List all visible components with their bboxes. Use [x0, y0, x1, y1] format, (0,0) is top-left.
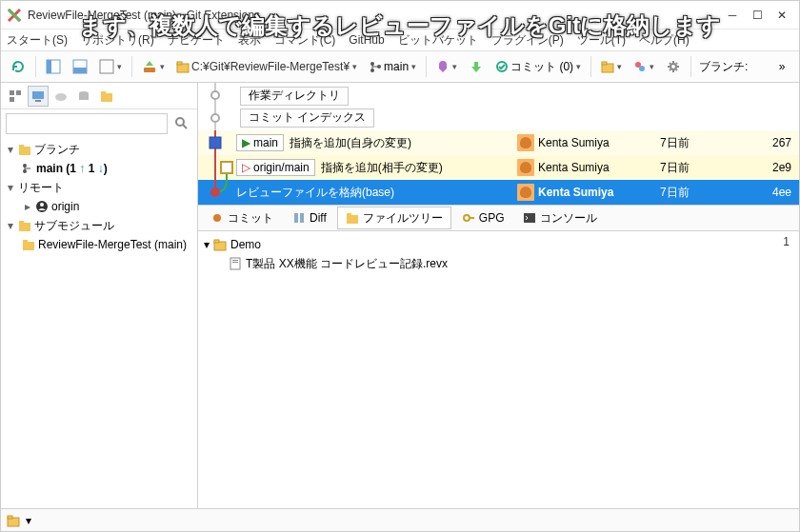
- statusbar: ▾: [1, 508, 799, 531]
- commit-button[interactable]: コミット (0)▾: [491, 55, 585, 78]
- workdir-button[interactable]: 作業ディレクトリ: [240, 87, 349, 106]
- menu-view[interactable]: 表示: [238, 32, 261, 49]
- commit-subject: 指摘を追加(自身の変更): [290, 135, 411, 151]
- index-button[interactable]: コミット インデックス: [240, 108, 374, 128]
- svg-rect-18: [16, 90, 21, 95]
- svg-rect-29: [19, 145, 24, 148]
- tab-gpg[interactable]: GPG: [453, 207, 513, 229]
- filter-button[interactable]: ▾: [432, 55, 461, 78]
- svg-rect-17: [10, 90, 14, 95]
- menu-nav[interactable]: ナビゲート: [168, 32, 225, 49]
- svg-rect-25: [101, 93, 112, 102]
- svg-rect-37: [23, 240, 28, 243]
- menu-bitbucket[interactable]: ビットバケット: [398, 32, 478, 49]
- commit-row[interactable]: レビューファイルを格納(base) Kenta Sumiya 7日前 4ee: [198, 180, 799, 205]
- repo-dropdown[interactable]: ▾: [138, 55, 169, 78]
- svg-rect-28: [19, 147, 30, 155]
- stash-button[interactable]: [465, 55, 488, 78]
- tab-console[interactable]: コンソール: [514, 207, 606, 229]
- avatar-icon: [517, 159, 534, 176]
- svg-rect-20: [32, 91, 44, 99]
- refresh-button[interactable]: [7, 55, 30, 78]
- menu-cmd[interactable]: コマンド(C): [274, 32, 336, 49]
- commit-author: Kenta Sumiya: [538, 161, 610, 174]
- svg-point-47: [210, 187, 220, 197]
- left-tab-cloud[interactable]: [50, 86, 71, 107]
- status-folder-icon: [7, 514, 20, 527]
- tree-submodule-item[interactable]: ReviewFile-MergeTest (main): [1, 235, 197, 254]
- avatar-icon: [517, 134, 534, 151]
- menubar: スタート(S) リポジトリ(R) ナビゲート 表示 コマンド(C) GitHub…: [1, 30, 799, 50]
- left-tab-db[interactable]: [73, 86, 94, 107]
- layout3-button[interactable]: ▾: [95, 55, 126, 78]
- commit-date: 7日前: [660, 185, 746, 201]
- tab-diff[interactable]: Diff: [284, 207, 335, 229]
- svg-point-40: [211, 114, 219, 122]
- menu-start[interactable]: スタート(S): [7, 32, 68, 49]
- left-tab-monitor[interactable]: [28, 86, 49, 107]
- commit-subject: レビューファイルを格納(base): [236, 185, 394, 201]
- tools-button[interactable]: ▾: [630, 55, 658, 78]
- maximize-button[interactable]: ☐: [746, 6, 769, 25]
- tab-filetree[interactable]: ファイルツリー: [337, 207, 451, 229]
- svg-rect-49: [294, 213, 298, 223]
- menu-tools[interactable]: ツール(T): [577, 32, 626, 49]
- svg-point-48: [213, 214, 221, 222]
- svg-rect-1: [47, 60, 51, 73]
- tree-branches[interactable]: ▾ブランチ: [1, 140, 197, 159]
- commit-date: 7日前: [660, 160, 746, 176]
- titlebar: ReviewFile-MergeTest (main) - Git Extens…: [1, 1, 799, 30]
- tree-remotes[interactable]: ▾リモート: [1, 178, 197, 197]
- tree-branch-main[interactable]: main (1 ↑ 1 ↓): [1, 159, 197, 178]
- branch-name: main: [384, 60, 409, 73]
- left-filter: [1, 109, 197, 138]
- tree: ▾ブランチ main (1 ↑ 1 ↓) ▾リモート ▸origin ▾サブモジ…: [1, 138, 197, 508]
- svg-rect-4: [100, 60, 113, 73]
- avatar-icon: [517, 184, 534, 201]
- layout2-button[interactable]: [69, 55, 91, 78]
- svg-rect-21: [35, 100, 41, 102]
- detail-tabs: コミット Diff ファイルツリー GPG コンソール: [198, 205, 799, 231]
- tree-search-button[interactable]: [171, 113, 192, 134]
- close-button[interactable]: ✕: [770, 6, 793, 25]
- menu-plugins[interactable]: プラグイン(P): [491, 32, 564, 49]
- commit-label: コミット (0): [510, 59, 573, 75]
- tab-commit[interactable]: コミット: [202, 207, 282, 229]
- tree-submodules[interactable]: ▾サブモジュール: [1, 216, 197, 235]
- svg-rect-52: [347, 213, 351, 216]
- right-panel: 作業ディレクトリ コミット インデックス ▶main 指摘を追加(自身の変更) …: [198, 83, 799, 508]
- commit-author: Kenta Sumiya: [538, 136, 610, 149]
- minimize-button[interactable]: ─: [721, 6, 744, 25]
- svg-rect-35: [19, 221, 24, 224]
- svg-point-15: [639, 66, 645, 71]
- left-tab-tree[interactable]: [5, 86, 26, 107]
- folder-row[interactable]: ▾Demo: [204, 235, 793, 254]
- explorer-button[interactable]: ▾: [597, 55, 626, 78]
- svg-rect-42: [210, 137, 221, 148]
- status-dropdown-icon[interactable]: ▾: [26, 514, 31, 527]
- svg-rect-51: [347, 215, 358, 224]
- svg-rect-60: [232, 262, 238, 263]
- commit-row[interactable]: ▷origin/main 指摘を追加(相手の変更) Kenta Sumiya 7…: [198, 155, 799, 180]
- left-tab-folder[interactable]: [96, 86, 117, 107]
- left-tabs: [1, 83, 197, 109]
- commit-row[interactable]: ▶main 指摘を追加(自身の変更) Kenta Sumiya 7日前 267: [198, 130, 799, 155]
- layout1-button[interactable]: [42, 55, 65, 78]
- tree-remote-origin[interactable]: ▸origin: [1, 197, 197, 216]
- tree-filter-input[interactable]: [6, 113, 168, 134]
- svg-point-16: [670, 64, 676, 69]
- file-row[interactable]: T製品 XX機能 コードレビュー記録.revx: [204, 254, 793, 273]
- svg-rect-24: [79, 93, 89, 100]
- svg-rect-13: [602, 62, 607, 65]
- menu-repo[interactable]: リポジトリ(R): [81, 32, 154, 49]
- svg-rect-55: [524, 213, 535, 223]
- svg-rect-45: [221, 162, 232, 173]
- settings-button[interactable]: [662, 55, 685, 78]
- menu-github[interactable]: GitHub: [349, 33, 384, 47]
- overflow-button[interactable]: »: [770, 55, 793, 78]
- detail-body: ▾Demo T製品 XX機能 コードレビュー記録.revx 1: [198, 231, 799, 508]
- menu-help[interactable]: ヘルプ(H): [639, 32, 690, 49]
- branch-dropdown[interactable]: main▾: [365, 55, 420, 78]
- repo-path-button[interactable]: C:¥Git¥ReviewFile-MergeTest¥▾: [172, 55, 361, 78]
- ref-origin-main: ▷origin/main: [236, 159, 315, 176]
